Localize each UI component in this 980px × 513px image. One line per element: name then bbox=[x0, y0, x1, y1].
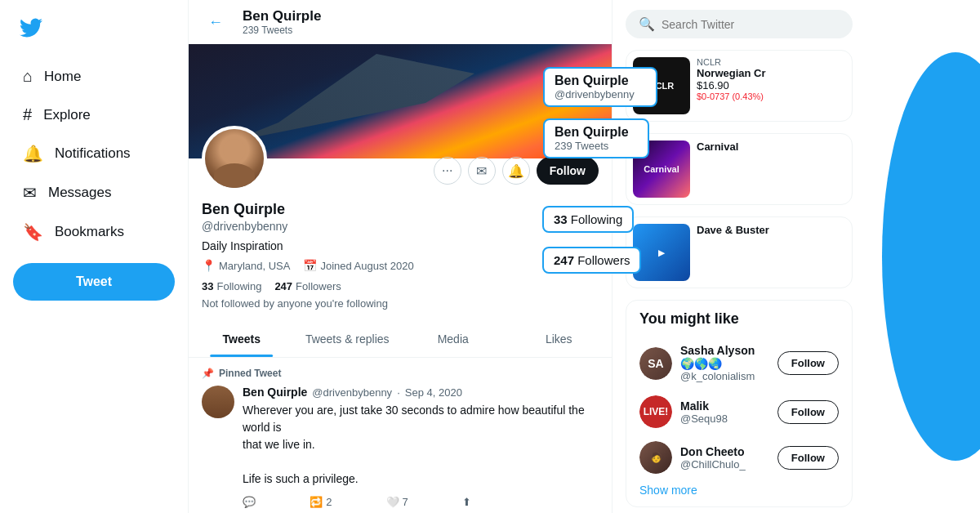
ad-card-dave: ▶ Dave & Buster bbox=[626, 216, 853, 288]
tab-tweets-replies[interactable]: Tweets & replies bbox=[295, 321, 401, 357]
followers-stat[interactable]: 247 Followers bbox=[274, 280, 341, 292]
ad-stock: $0-0737 (0.43%) bbox=[697, 91, 766, 101]
share-icon: ⬆ bbox=[462, 496, 471, 508]
don-info: Don Cheeto @ChillChulo_ bbox=[680, 445, 769, 471]
joined-meta: 📅 Joined August 2020 bbox=[303, 259, 413, 272]
joined-text: Joined August 2020 bbox=[320, 260, 413, 272]
suggest-item-malik: LIVE! Malik @Sequ98 Follow bbox=[639, 389, 839, 435]
show-more-link[interactable]: Show more bbox=[639, 484, 839, 497]
reply-icon: 💬 bbox=[243, 496, 256, 508]
sidebar-item-bookmarks[interactable]: 🔖 Bookmarks bbox=[13, 214, 175, 250]
following-count: 33 bbox=[202, 280, 213, 292]
search-input[interactable] bbox=[662, 18, 840, 31]
concert-title: Carnival bbox=[697, 141, 738, 153]
profile-header-nav: ← Ben Quirple 239 Tweets bbox=[189, 0, 612, 44]
tweet-author-handle: @drivenbybenny bbox=[312, 386, 392, 399]
ad-card-norwegian: NCLR NCLR Norwegian Cr $16.90 $0-0737 (0… bbox=[626, 50, 853, 122]
ad-image: NCLR bbox=[633, 57, 690, 114]
sidebar-item-explore-label: Explore bbox=[43, 107, 91, 123]
ad-title: Norwegian Cr bbox=[697, 67, 766, 79]
tab-likes[interactable]: Likes bbox=[506, 321, 612, 357]
right-sidebar: 🔍 NCLR NCLR Norwegian Cr $16.90 $0-0737 … bbox=[612, 0, 866, 513]
profile-column: ← Ben Quirple 239 Tweets ··· ✉ � bbox=[188, 0, 612, 513]
sidebar: ⌂ Home # Explore 🔔 Notifications ✉ Messa… bbox=[0, 0, 188, 513]
profile-tabs: Tweets Tweets & replies Media Likes bbox=[189, 321, 612, 358]
profile-bio: Daily Inspiration bbox=[202, 239, 599, 252]
follow-malik-button[interactable]: Follow bbox=[777, 400, 839, 424]
avatar-actions: ··· ✉ 🔔 Follow bbox=[434, 157, 599, 191]
more-options-button[interactable]: ··· bbox=[434, 157, 461, 185]
reply-action[interactable]: 💬 bbox=[243, 496, 256, 508]
twitter-logo[interactable] bbox=[13, 10, 175, 49]
profile-stats: 33 Following 247 Followers bbox=[202, 280, 599, 292]
sidebar-item-home[interactable]: ⌂ Home bbox=[13, 59, 175, 94]
retweet-count: 2 bbox=[326, 496, 332, 508]
bell-icon: 🔔 bbox=[23, 144, 43, 163]
main-area: ← Ben Quirple 239 Tweets ··· ✉ � bbox=[188, 0, 980, 513]
malik-name: Malik bbox=[680, 399, 769, 413]
sidebar-item-messages-label: Messages bbox=[48, 185, 111, 201]
tab-media[interactable]: Media bbox=[400, 321, 506, 357]
don-name: Don Cheeto bbox=[680, 445, 769, 458]
sidebar-item-notifications[interactable]: 🔔 Notifications bbox=[13, 136, 175, 172]
profile-header-info: Ben Quirple 239 Tweets bbox=[243, 8, 321, 36]
malik-handle: @Sequ98 bbox=[680, 413, 769, 425]
share-action[interactable]: ⬆ bbox=[462, 496, 471, 508]
pinned-label: 📌 Pinned Tweet bbox=[202, 368, 599, 379]
followers-label: Followers bbox=[296, 280, 341, 292]
sidebar-item-bookmarks-label: Bookmarks bbox=[55, 224, 124, 240]
following-stat[interactable]: 33 Following bbox=[202, 280, 261, 292]
calendar-icon: 📅 bbox=[303, 259, 317, 272]
like-icon: 🤍 bbox=[386, 496, 399, 508]
pinned-label-text: Pinned Tweet bbox=[219, 368, 281, 379]
tab-tweets[interactable]: Tweets bbox=[189, 321, 295, 357]
suggest-item-don: 🧑 Don Cheeto @ChillChulo_ Follow bbox=[639, 435, 839, 480]
ad-price: $16.90 bbox=[697, 79, 766, 91]
tweet-button[interactable]: Tweet bbox=[13, 263, 175, 301]
retweet-action[interactable]: 🔁 2 bbox=[310, 496, 332, 508]
message-button[interactable]: ✉ bbox=[468, 157, 496, 185]
sidebar-item-home-label: Home bbox=[44, 69, 81, 85]
location-meta: 📍 Maryland, USA bbox=[202, 259, 290, 272]
twitter-bird-icon bbox=[20, 16, 42, 39]
like-count: 7 bbox=[403, 496, 408, 508]
sasha-avatar: SA bbox=[639, 347, 672, 380]
sidebar-item-messages[interactable]: ✉ Messages bbox=[13, 175, 175, 211]
sidebar-item-explore[interactable]: # Explore bbox=[13, 97, 175, 132]
profile-header-name: Ben Quirple bbox=[243, 8, 321, 25]
sasha-handle: @k_colonialism bbox=[680, 370, 769, 382]
pin-icon: 📌 bbox=[202, 368, 214, 379]
ad-brand: NCLR bbox=[697, 57, 766, 67]
dave-image: ▶ bbox=[633, 224, 690, 281]
back-button[interactable]: ← bbox=[202, 8, 229, 36]
profile-header-tweets: 239 Tweets bbox=[243, 25, 321, 36]
location-icon: 📍 bbox=[202, 259, 216, 272]
concert-text: Carnival bbox=[697, 141, 738, 198]
following-label: Following bbox=[216, 280, 261, 292]
suggest-item-sasha: SA Sasha Alyson 🌍🌎🌏 @k_colonialism Follo… bbox=[639, 337, 839, 389]
mail-icon: ✉ bbox=[23, 183, 37, 203]
ad-concert-content: Carnival Carnival bbox=[626, 134, 852, 204]
tweet-row: Ben Quirple @drivenbybenny · Sep 4, 2020… bbox=[202, 386, 599, 508]
bookmark-icon: 🔖 bbox=[23, 222, 43, 242]
don-avatar: 🧑 bbox=[639, 441, 672, 474]
follow-button[interactable]: Follow bbox=[537, 157, 599, 185]
concert-image: Carnival bbox=[633, 141, 690, 198]
notifications-button[interactable]: 🔔 bbox=[502, 157, 530, 185]
location-text: Maryland, USA bbox=[219, 260, 290, 272]
ad-dave-content: ▶ Dave & Buster bbox=[626, 217, 852, 288]
tweet-author-avatar bbox=[202, 386, 234, 418]
followers-count: 247 bbox=[274, 280, 292, 292]
search-bar[interactable]: 🔍 bbox=[626, 10, 853, 38]
sasha-name: Sasha Alyson 🌍🌎🌏 bbox=[680, 344, 769, 370]
malik-info: Malik @Sequ98 bbox=[680, 399, 769, 425]
tweet-actions: 💬 🔁 2 🤍 7 ⬆ bbox=[243, 496, 471, 508]
follow-don-button[interactable]: Follow bbox=[777, 446, 839, 470]
ad-text: NCLR Norwegian Cr $16.90 $0-0737 (0.43%) bbox=[697, 57, 766, 114]
tweet-meta-info: Ben Quirple @drivenbybenny · Sep 4, 2020 bbox=[243, 386, 462, 399]
follow-sasha-button[interactable]: Follow bbox=[777, 351, 839, 375]
might-like-title: You might like bbox=[639, 310, 839, 328]
like-action[interactable]: 🤍 7 bbox=[386, 496, 408, 508]
tweet-text: Wherever you are, just take 30 seconds t… bbox=[243, 402, 599, 488]
malik-avatar: LIVE! bbox=[639, 395, 672, 428]
